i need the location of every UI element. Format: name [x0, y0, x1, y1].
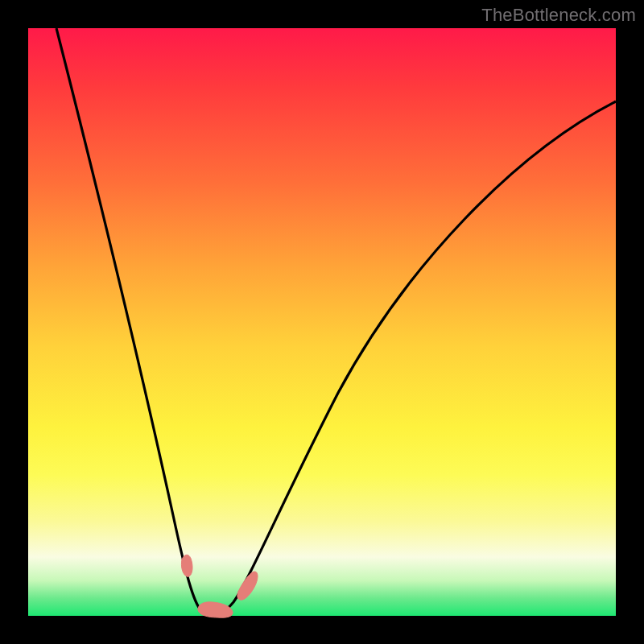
bottleneck-curve-path [56, 28, 616, 616]
chart-svg [0, 0, 644, 644]
chart-frame: TheBottleneck.com [0, 0, 644, 644]
cpu-marker-bottom [198, 602, 233, 617]
watermark-text: TheBottleneck.com [481, 5, 636, 26]
curve-markers [181, 555, 258, 617]
cpu-marker-a [181, 555, 192, 576]
